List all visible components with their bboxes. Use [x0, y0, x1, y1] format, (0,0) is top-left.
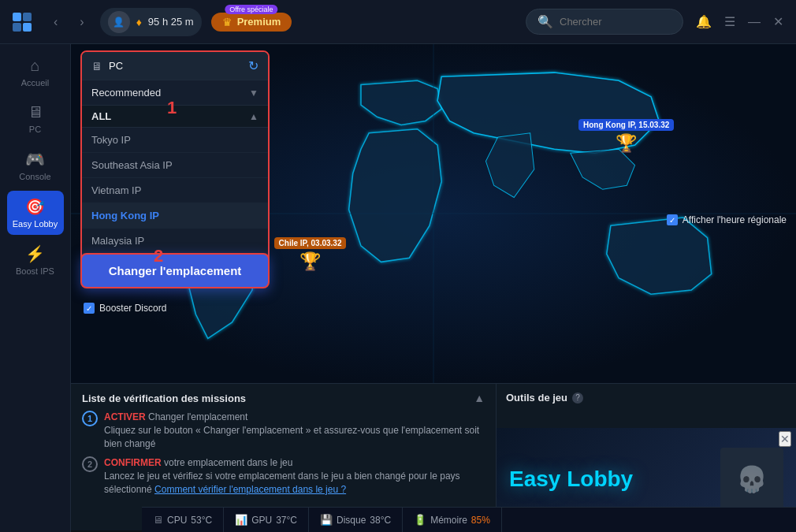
boost-discord-checkbox[interactable]: ✓ — [84, 303, 95, 314]
location-item-vietnam[interactable]: Vietnam IP — [82, 178, 268, 203]
boost-icon: ⚡ — [25, 244, 45, 263]
gpu-value: 37°C — [276, 515, 297, 526]
tools-title: Outils de jeu — [506, 392, 567, 404]
card-thumbnail: 💀 — [720, 448, 783, 511]
statusbar: 🖥 CPU 53°C 📊 GPU 37°C 💾 Disque 38°C 🔋 Mé… — [142, 507, 796, 532]
notification-button[interactable]: 🔔 — [693, 11, 715, 32]
step-label-2: 2 — [154, 246, 163, 266]
disk-value: 38°C — [370, 515, 391, 526]
all-label: ALL — [91, 110, 111, 122]
search-input[interactable] — [560, 16, 671, 28]
location-item-tokyo[interactable]: Tokyo IP — [82, 128, 268, 153]
memory-value: 85% — [471, 515, 490, 526]
hongkong-label: Hong Kong IP, 15.03.32 — [578, 119, 674, 131]
sidebar-label-easy-lobby: Easy Lobby — [13, 219, 58, 229]
disk-status: 💾 Disque 38°C — [309, 508, 403, 532]
svg-rect-0 — [13, 13, 21, 21]
location-panel: 🖥 PC ↻ Recommended ▼ ALL ▲ Tokyo IP Sout… — [80, 50, 270, 281]
memory-status: 🔋 Mémoire 85% — [403, 508, 502, 532]
close-button[interactable]: ✕ — [770, 11, 787, 32]
mission-text-2: votre emplacement dans le jeu — [164, 457, 292, 468]
disk-icon: 💾 — [320, 514, 333, 526]
easy-lobby-card-title: Easy Lobby — [509, 467, 633, 492]
memory-icon: 🔋 — [414, 514, 426, 526]
chevron-down-icon: ▼ — [249, 87, 259, 99]
panel-title: 🖥 PC — [91, 60, 123, 73]
sidebar-item-boost-ips[interactable]: ⚡ Boost IPS — [7, 238, 64, 282]
mission-collapse-button[interactable]: ▲ — [474, 392, 485, 404]
cpu-label: CPU — [167, 515, 187, 526]
diamond-icon: ♦ — [136, 16, 142, 28]
mission-text-1: Changer l'emplacement — [148, 411, 247, 422]
easy-lobby-icon: 🎯 — [25, 197, 45, 216]
mission-detail-1: Cliquez sur le bouton « Changer l'emplac… — [104, 425, 479, 449]
disk-label: Disque — [337, 515, 366, 526]
svg-rect-3 — [23, 23, 32, 32]
sidebar-item-console[interactable]: 🎮 Console — [7, 143, 64, 188]
regional-time-toggle[interactable]: ✓ Afficher l'heure régionale — [667, 214, 787, 225]
special-offer-label: Offre spéciale — [225, 5, 277, 14]
search-icon: 🔍 — [537, 14, 553, 29]
hongkong-trophy-icon: 🏆 — [616, 133, 637, 154]
search-bar[interactable]: 🔍 — [526, 9, 683, 35]
main-content: Chile IP, 03.03.32 🏆 Hong Kong IP, 15.03… — [71, 44, 796, 532]
app-logo[interactable] — [9, 8, 38, 36]
sidebar-item-pc[interactable]: 🖥 PC — [7, 97, 64, 140]
menu-button[interactable]: ☰ — [721, 11, 738, 32]
minimize-button[interactable]: — — [745, 12, 764, 32]
mission-action-2: CONFIRMER — [104, 457, 162, 468]
gpu-label: GPU — [251, 515, 272, 526]
tools-help-icon[interactable]: ? — [572, 392, 583, 404]
sidebar-item-easy-lobby[interactable]: 🎯 Easy Lobby — [7, 191, 64, 235]
memory-label: Mémoire — [430, 515, 467, 526]
refresh-icon[interactable]: ↻ — [248, 58, 259, 73]
mission-step-2: 2 — [82, 456, 98, 472]
home-icon: ⌂ — [30, 57, 39, 75]
svg-rect-1 — [23, 13, 32, 21]
cpu-status: 🖥 CPU 53°C — [142, 508, 224, 532]
mission-item-1: 1 ACTIVER Changer l'emplacement Cliquez … — [82, 411, 485, 450]
location-item-malaysia[interactable]: Malaysia IP — [82, 229, 268, 254]
mission-content-1: ACTIVER Changer l'emplacement Cliquez su… — [104, 411, 485, 450]
forward-button[interactable]: › — [73, 12, 90, 32]
sidebar-label-console: Console — [19, 172, 50, 181]
avatar: 👤 — [108, 11, 130, 33]
mission-step-1: 1 — [82, 411, 98, 426]
regional-time-label: Afficher l'heure régionale — [683, 214, 787, 225]
mission-action-1: ACTIVER — [104, 411, 146, 422]
step-label-1: 1 — [167, 98, 177, 118]
mission-item-2: 2 CONFIRMER votre emplacement dans le je… — [82, 456, 485, 496]
crown-icon: ♛ — [222, 16, 232, 28]
map-area: Chile IP, 03.03.32 🏆 Hong Kong IP, 15.03… — [71, 44, 796, 383]
profile-area[interactable]: 👤 ♦ 95 h 25 m — [100, 8, 202, 36]
cpu-value: 53°C — [191, 515, 212, 526]
mission-link-2[interactable]: Comment vérifier l'emplacement dans le j… — [154, 484, 346, 495]
xp-time: 95 h 25 m — [148, 16, 194, 28]
topbar-actions: 🔔 ☰ — ✕ — [693, 11, 787, 32]
cpu-icon: 🖥 — [153, 514, 163, 526]
change-location-button[interactable]: Changer l'emplacement — [80, 253, 270, 288]
mission-content-2: CONFIRMER votre emplacement dans le jeu … — [104, 456, 485, 496]
sidebar-label-pc: PC — [29, 125, 41, 134]
boost-discord-label: Booster Discord — [99, 303, 166, 314]
premium-label: Premium — [237, 16, 281, 28]
chevron-up-icon: ▲ — [249, 111, 259, 122]
sidebar-item-accueil[interactable]: ⌂ Accueil — [7, 50, 64, 94]
sidebar-label-boost-ips: Boost IPS — [16, 266, 54, 276]
boost-discord-toggle[interactable]: ✓ Booster Discord — [84, 303, 166, 314]
premium-badge[interactable]: Offre spéciale ♛ Premium — [211, 13, 292, 32]
sidebar-label-accueil: Accueil — [21, 78, 49, 87]
gpu-icon: 📊 — [235, 514, 247, 526]
panel-header: 🖥 PC ↻ — [82, 52, 268, 80]
hongkong-marker[interactable]: Hong Kong IP, 15.03.32 🏆 — [578, 119, 674, 154]
chile-marker[interactable]: Chile IP, 03.03.32 🏆 — [274, 237, 347, 272]
back-button[interactable]: ‹ — [47, 12, 64, 32]
card-close-button[interactable]: ✕ — [779, 431, 791, 447]
sidebar: ⌂ Accueil 🖥 PC 🎮 Console 🎯 Easy Lobby ⚡ … — [0, 44, 71, 532]
location-item-hong-kong[interactable]: Hong Kong IP — [82, 203, 268, 229]
pc-icon: 🖥 — [28, 103, 43, 121]
recommended-label: Recommended — [91, 87, 161, 99]
regional-time-checkbox[interactable]: ✓ — [667, 214, 678, 225]
location-item-southeast-asia[interactable]: Southeast Asia IP — [82, 153, 268, 178]
gpu-status: 📊 GPU 37°C — [224, 508, 309, 532]
